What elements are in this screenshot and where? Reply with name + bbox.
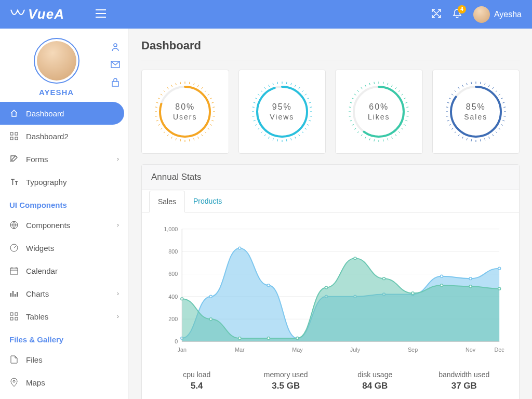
- svg-text:200: 200: [168, 316, 178, 322]
- annual-stats-panel: Annual Stats Sales Products 020040060080…: [141, 164, 520, 399]
- svg-point-197: [238, 247, 241, 249]
- notifications-button[interactable]: 4: [453, 8, 462, 21]
- svg-text:400: 400: [168, 294, 178, 300]
- chevron-right-icon: ›: [117, 313, 119, 320]
- fullscreen-button[interactable]: [432, 9, 441, 20]
- nav-label: Components: [26, 221, 70, 230]
- footer-stat-value: 37 GB: [420, 381, 509, 391]
- menu-toggle-button[interactable]: [96, 9, 106, 20]
- footer-stat-label: cpu load: [152, 370, 242, 379]
- svg-rect-4: [15, 132, 18, 135]
- nav-label: Tables: [26, 312, 48, 321]
- profile-mail-icon[interactable]: [111, 60, 120, 69]
- nav-ui: Components › Widgets Calendar Charts › T…: [0, 214, 128, 328]
- svg-point-198: [267, 284, 270, 287]
- avatar-icon: [473, 6, 490, 23]
- footer-stat: memory used 3.5 GB: [242, 370, 331, 391]
- svg-text:Mar: Mar: [235, 347, 245, 353]
- svg-rect-11: [15, 313, 18, 315]
- footer-stat-label: disk usage: [330, 370, 420, 379]
- svg-point-217: [469, 285, 472, 288]
- svg-rect-3: [10, 132, 13, 135]
- footer-stat: disk usage 84 GB: [330, 370, 420, 391]
- svg-point-212: [325, 286, 327, 289]
- brand-text: VueA: [28, 6, 64, 22]
- calendar-icon: [9, 266, 19, 275]
- gauge-icon: [9, 243, 19, 252]
- svg-text:800: 800: [168, 248, 178, 255]
- profile-lock-icon[interactable]: [111, 77, 120, 87]
- gauge-label: Views: [270, 113, 294, 121]
- nav-typography[interactable]: Typography: [0, 170, 128, 193]
- profile-block: AYESHA: [0, 29, 128, 102]
- nav-label: Charts: [26, 289, 49, 298]
- svg-rect-5: [10, 137, 13, 140]
- nav-label: Dashboard2: [26, 132, 69, 141]
- svg-point-216: [441, 284, 443, 287]
- footer-stat-value: 84 GB: [330, 381, 420, 391]
- svg-point-210: [267, 337, 270, 340]
- svg-rect-6: [15, 137, 18, 140]
- nav-charts[interactable]: Charts ›: [0, 282, 128, 305]
- footer-stat-value: 3.5 GB: [242, 381, 331, 391]
- gauge-percent: 60%: [369, 102, 389, 112]
- svg-text:Sep: Sep: [408, 347, 418, 353]
- nav-maps[interactable]: Maps: [0, 371, 128, 394]
- nav-forms[interactable]: Forms ›: [0, 148, 128, 170]
- nav-components[interactable]: Components ›: [0, 214, 128, 236]
- footer-stat-label: memory used: [242, 370, 331, 379]
- svg-rect-13: [15, 317, 18, 320]
- svg-text:Nov: Nov: [466, 347, 476, 353]
- nav-widgets[interactable]: Widgets: [0, 236, 128, 259]
- type-icon: [9, 177, 19, 187]
- stat-card-views: 95% Views: [238, 70, 326, 154]
- gauge-label: Sales: [464, 113, 487, 121]
- nav-calendar[interactable]: Calendar: [0, 259, 128, 282]
- svg-text:1,000: 1,000: [164, 226, 178, 232]
- chevron-right-icon: ›: [117, 290, 119, 297]
- footer-stat-label: bandwidth used: [420, 370, 509, 379]
- nav-files: Files Maps: [0, 348, 128, 394]
- nav-tables[interactable]: Tables ›: [0, 305, 128, 328]
- nav-heading-files: Files & Gallery: [0, 328, 128, 348]
- notification-badge: 4: [458, 5, 466, 14]
- topbar-right: 4 Ayesha: [432, 6, 522, 23]
- nav-label: Typography: [26, 178, 66, 187]
- profile-avatar[interactable]: [34, 38, 79, 84]
- footer-stat: bandwidth used 37 GB: [420, 370, 509, 391]
- edit-icon: [9, 154, 19, 164]
- chart-footer: cpu load 5.4 memory used 3.5 GB disk usa…: [142, 365, 519, 399]
- svg-text:0: 0: [175, 338, 178, 344]
- svg-text:Dec: Dec: [495, 347, 504, 353]
- svg-point-205: [469, 277, 472, 280]
- pin-icon: [9, 378, 19, 387]
- svg-text:Jan: Jan: [178, 347, 187, 353]
- nav-dashboard2[interactable]: Dashboard2: [0, 125, 128, 148]
- gauge-percent: 85%: [466, 102, 486, 112]
- tabs: Sales Products: [142, 190, 519, 212]
- tab-sales[interactable]: Sales: [149, 191, 185, 212]
- svg-rect-12: [10, 317, 13, 320]
- nav-label: Calendar: [26, 267, 58, 275]
- svg-point-215: [411, 292, 414, 295]
- nav-label: Widgets: [26, 244, 54, 252]
- user-menu[interactable]: Ayesha: [473, 6, 522, 23]
- profile-user-icon[interactable]: [111, 42, 120, 51]
- main-content: Dashboard 80% Users 95% Views: [129, 29, 532, 399]
- svg-point-0: [114, 44, 117, 47]
- table-icon: [9, 312, 19, 321]
- svg-rect-10: [10, 313, 13, 315]
- svg-point-214: [383, 277, 385, 280]
- tab-products[interactable]: Products: [185, 191, 230, 212]
- topbar: VueA 4 Ayesha: [0, 0, 532, 29]
- svg-text:600: 600: [168, 271, 178, 277]
- nav-files-item[interactable]: Files: [0, 348, 128, 371]
- user-name: Ayesha: [494, 10, 522, 19]
- nav-main: Dashboard Dashboard2 Forms › Typography: [0, 102, 128, 193]
- brand-logo[interactable]: VueA: [10, 6, 64, 22]
- nav-dashboard[interactable]: Dashboard: [0, 102, 124, 125]
- grid-icon: [9, 131, 19, 141]
- svg-point-218: [498, 287, 501, 290]
- svg-text:July: July: [350, 347, 361, 353]
- chevron-right-icon: ›: [117, 221, 119, 229]
